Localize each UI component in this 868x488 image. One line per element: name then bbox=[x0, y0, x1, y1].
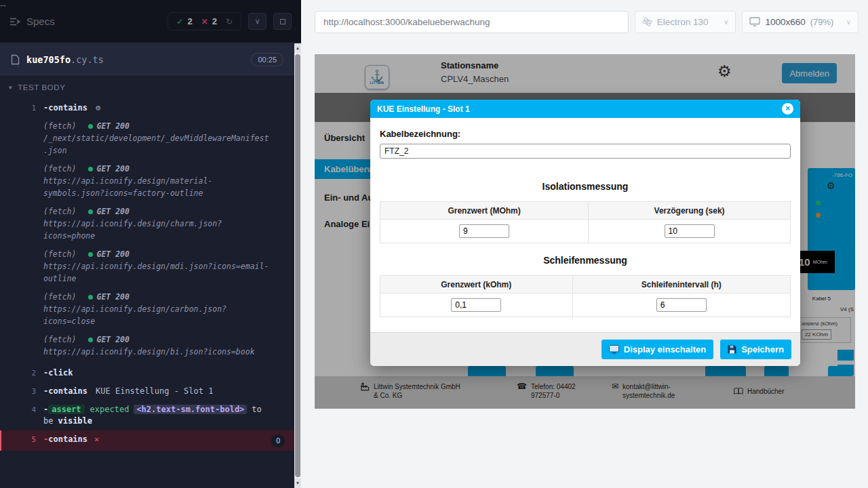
fetch-log-row[interactable]: (fetch)GET 200 https://api.iconify.desig… bbox=[43, 163, 271, 199]
column-header: Verzögerung (sek) bbox=[589, 202, 791, 220]
suite-label: TEST BODY bbox=[18, 83, 65, 92]
attempt-count-badge: 0 bbox=[271, 434, 285, 447]
scrollbar-thumb[interactable] bbox=[295, 54, 300, 477]
save-floppy-icon bbox=[728, 345, 736, 354]
spec-duration-badge: 00:25 bbox=[251, 53, 283, 66]
fetch-log-row[interactable]: (fetch)GET 200 /_next/static/development… bbox=[43, 120, 271, 157]
schleifenmessung-table: Grenzwert (kOhm) Schleifenintervall (h) bbox=[380, 275, 791, 317]
schleifenmessung-heading: Schleifenmessung bbox=[380, 255, 791, 266]
display-einschalten-button[interactable]: Display einschalten bbox=[601, 340, 713, 359]
modal-header: KUE Einstellung - Slot 1 × bbox=[370, 100, 800, 118]
command-row-assert[interactable]: 4 assertexpected<h2.text-sm.font-bold>to… bbox=[0, 401, 294, 430]
assert-badge: assert bbox=[48, 405, 84, 414]
viewport-selector[interactable]: 1000x660 (79%) ∨ bbox=[742, 11, 859, 33]
kabelbezeichnung-label: Kabelbezeichnung: bbox=[380, 129, 791, 139]
spec-file-name: kue705fo.cy.ts bbox=[26, 54, 104, 65]
test-body-toggle[interactable]: ▾ TEST BODY bbox=[0, 76, 75, 99]
stat-pending: ↻ -- bbox=[226, 17, 233, 26]
status-ok-dot bbox=[88, 209, 93, 214]
app-under-test: ⚓ LITTWIN Stationsname CPLV4_Maschen ⚙ A… bbox=[315, 54, 855, 409]
fetch-url: https://api.iconify.design/material-symb… bbox=[43, 175, 271, 199]
fetch-url: https://api.iconify.design/mdi.json?icon… bbox=[43, 260, 271, 285]
status-ok-dot bbox=[88, 295, 93, 300]
status-ok-dot bbox=[88, 338, 93, 342]
command-row-contains-3[interactable]: 3 containsKUE Einstellung - Slot 1 bbox=[0, 382, 294, 401]
close-icon[interactable]: × bbox=[782, 103, 793, 115]
command-row-contains-failed[interactable]: 5 contains✕ 0 bbox=[0, 430, 294, 451]
fetch-url: https://api.iconify.design/carbon.json?i… bbox=[43, 303, 271, 327]
chevron-down-icon: ▾ bbox=[9, 84, 12, 91]
status-ok-dot bbox=[88, 252, 93, 257]
browser-name: Electron 130 bbox=[657, 17, 709, 27]
fetch-log-row[interactable]: (fetch)GET 200 https://api.iconify.desig… bbox=[43, 291, 271, 327]
schleifenintervall-input[interactable] bbox=[656, 298, 707, 312]
scroll-down-arrow[interactable]: ▼ bbox=[294, 479, 301, 488]
modal-footer: Display einschalten Speichern bbox=[370, 332, 800, 366]
modal-body: Kabelbezeichnung: Isolationsmessung Gren… bbox=[370, 118, 800, 332]
reporter-header: Specs ✓ 2 ✕ 2 ↻ -- ∨ bbox=[0, 0, 301, 43]
assert-selector: <h2.text-sm.font-bold> bbox=[134, 405, 247, 414]
fetch-log-row[interactable]: (fetch)GET 200 https://api.iconify.desig… bbox=[43, 333, 271, 358]
monitor-icon bbox=[609, 345, 619, 354]
reporter-scrollbar[interactable]: ▲ ▼ bbox=[294, 43, 301, 488]
viewport-monitor-icon bbox=[749, 17, 760, 26]
chevron-down-icon: ∨ bbox=[846, 18, 851, 26]
browser-url-bar: Electron 130 ∨ 1000x660 (79%) ∨ bbox=[301, 0, 868, 43]
spec-file-icon bbox=[11, 54, 20, 65]
grenzwert-kohm-input[interactable] bbox=[451, 298, 501, 312]
electron-icon bbox=[642, 17, 652, 27]
browser-selector[interactable]: Electron 130 ∨ bbox=[635, 11, 736, 33]
fetch-log-row[interactable]: (fetch)GET 200 https://api.iconify.desig… bbox=[43, 248, 271, 285]
column-header: Grenzwert (kOhm) bbox=[380, 276, 573, 293]
kabelbezeichnung-input[interactable] bbox=[380, 144, 791, 159]
test-stats: ✓ 2 ✕ 2 ↻ -- bbox=[167, 12, 241, 30]
isolationsmessung-table: Grenzwert (MOhm) Verzögerung (sek) bbox=[380, 201, 791, 243]
fetch-url: https://api.iconify.design/bi.json?icons… bbox=[43, 346, 271, 358]
gear-icon: ⚙ bbox=[96, 103, 100, 113]
fail-x-icon: ✕ bbox=[94, 434, 99, 444]
url-input[interactable] bbox=[315, 11, 629, 33]
fetch-log-row[interactable]: (fetch)GET 200 https://api.iconify.desig… bbox=[43, 205, 271, 242]
scroll-up-arrow[interactable]: ▲ bbox=[294, 43, 301, 53]
command-argument: KUE Einstellung - Slot 1 bbox=[96, 386, 213, 396]
fetch-url: /_next/static/development/_devMiddleware… bbox=[43, 132, 271, 157]
status-ok-dot bbox=[88, 167, 93, 171]
speichern-button[interactable]: Speichern bbox=[720, 340, 791, 359]
chevron-down-icon: ∨ bbox=[724, 18, 728, 26]
column-header: Schleifenintervall (h) bbox=[572, 276, 790, 293]
cypress-runner-window: Specs ✓ 2 ✕ 2 ↻ -- ∨ bbox=[0, 0, 868, 488]
command-log: 1 contains⚙ (fetch)GET 200 /_next/static… bbox=[0, 99, 294, 451]
aut-region: Electron 130 ∨ 1000x660 (79%) ∨ ⚓ LITTWI… bbox=[301, 0, 868, 488]
column-header: Grenzwert (MOhm) bbox=[380, 202, 589, 220]
viewport-zoom: (79%) bbox=[810, 17, 834, 27]
status-ok-dot bbox=[88, 124, 93, 129]
cypress-reporter: Specs ✓ 2 ✕ 2 ↻ -- ∨ bbox=[0, 0, 301, 488]
spec-file-header[interactable]: kue705fo.cy.ts 00:25 bbox=[0, 44, 294, 75]
command-row-contains-1[interactable]: 1 contains⚙ bbox=[0, 99, 294, 117]
fetch-url: https://api.iconify.design/charm.json?ic… bbox=[43, 218, 271, 242]
kue-settings-modal: KUE Einstellung - Slot 1 × Kabelbezeichn… bbox=[370, 100, 800, 366]
viewport-size: 1000x660 bbox=[765, 17, 805, 27]
grenzwert-mohm-input[interactable] bbox=[459, 224, 509, 238]
isolationsmessung-heading: Isolationsmessung bbox=[380, 181, 791, 192]
modal-title: KUE Einstellung - Slot 1 bbox=[377, 104, 470, 114]
verzoegerung-sek-input[interactable] bbox=[665, 224, 715, 238]
command-row-click[interactable]: 2 click bbox=[0, 364, 294, 382]
